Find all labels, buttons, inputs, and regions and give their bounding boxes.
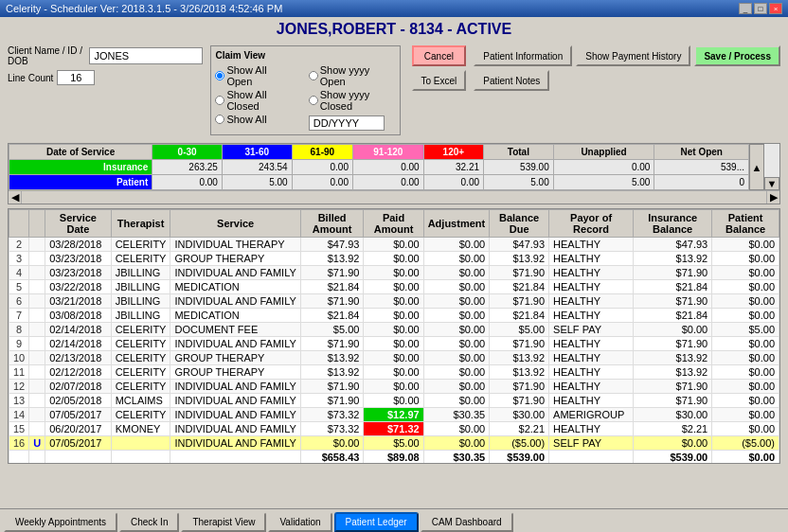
- col-ins-balance[interactable]: Insurance Balance: [634, 210, 712, 238]
- row-adj: $0.00: [423, 309, 490, 323]
- tab-therapist-view[interactable]: Therapist View: [181, 512, 266, 532]
- row-therapist: JBILLING: [111, 280, 170, 294]
- cancel-button[interactable]: Cancel: [412, 45, 467, 66]
- row-flag: [29, 309, 45, 323]
- table-row[interactable]: 3 03/23/2018 CELERITY GROUP THERAPY $13.…: [9, 252, 779, 266]
- title-bar: Celerity - Scheduler Ver: 2018.3.1.5 - 3…: [0, 0, 788, 17]
- aging-scroll-down[interactable]: ▼: [764, 177, 779, 190]
- row-date: 02/14/2018: [45, 337, 111, 351]
- tab-patient-ledger[interactable]: Patient Ledger: [334, 512, 419, 532]
- maximize-button[interactable]: □: [754, 3, 767, 14]
- row-adj: $0.00: [423, 294, 490, 309]
- patient-notes-button[interactable]: Patient Notes: [474, 70, 549, 91]
- line-count-input[interactable]: [57, 70, 95, 85]
- row-therapist: JBILLING: [111, 266, 170, 280]
- table-row[interactable]: 16 U 07/05/2017 INDIVIDUAL AND FAMILY $0…: [9, 436, 779, 451]
- table-row[interactable]: 7 03/08/2018 JBILLING MEDICATION $21.84 …: [9, 309, 779, 323]
- row-num: 6: [9, 294, 29, 309]
- table-row[interactable]: 5 03/22/2018 JBILLING MEDICATION $21.84 …: [9, 280, 779, 294]
- close-button[interactable]: ×: [769, 3, 782, 14]
- aging-scroll-up[interactable]: ▲: [749, 144, 764, 190]
- row-date: 03/23/2018: [45, 252, 111, 266]
- aging-insurance-91120: 0.00: [352, 160, 423, 175]
- table-row[interactable]: 6 03/21/2018 JBILLING INDIVIDUAL AND FAM…: [9, 294, 779, 309]
- client-input[interactable]: [89, 47, 203, 64]
- minimize-button[interactable]: _: [739, 3, 752, 14]
- row-num: 15: [9, 422, 29, 436]
- table-row[interactable]: 9 02/14/2018 CELERITY INDIVIDUAL AND FAM…: [9, 337, 779, 351]
- totals-ins-balance: $539.00: [634, 451, 712, 465]
- col-billed[interactable]: Billed Amount: [300, 210, 364, 238]
- radio-show-yyyy-open[interactable]: [309, 71, 318, 80]
- row-date: 07/05/2017: [45, 408, 111, 422]
- row-flag: [29, 380, 45, 394]
- col-service-date[interactable]: Service Date: [45, 210, 111, 238]
- date-filter-input[interactable]: [309, 115, 385, 131]
- col-therapist[interactable]: Therapist: [111, 210, 170, 238]
- row-balance: $71.90: [490, 294, 549, 309]
- aging-hscroll-left[interactable]: ◀: [9, 191, 22, 204]
- row-paid: $71.32: [364, 422, 423, 436]
- row-date: 02/13/2018: [45, 351, 111, 365]
- radio-show-all-open[interactable]: [215, 71, 224, 80]
- tab-check-in[interactable]: Check In: [119, 512, 179, 532]
- row-balance: $5.00: [490, 323, 549, 337]
- table-row[interactable]: 12 02/07/2018 CELERITY INDIVIDUAL AND FA…: [9, 380, 779, 394]
- aging-hscroll-right[interactable]: ▶: [766, 191, 779, 204]
- row-num: 4: [9, 266, 29, 280]
- col-service[interactable]: Service: [170, 210, 300, 238]
- table-row[interactable]: 11 02/12/2018 CELERITY GROUP THERAPY $13…: [9, 365, 779, 380]
- client-label: Client Name / ID / DOB: [8, 45, 85, 66]
- tab-weekly-appointments[interactable]: Weekly Appointments: [4, 512, 117, 532]
- data-table-container[interactable]: Service Date Therapist Service Billed Am…: [8, 208, 780, 464]
- row-billed: $71.90: [300, 380, 364, 394]
- tab-validation[interactable]: Validation: [268, 512, 331, 532]
- to-excel-button[interactable]: To Excel: [412, 70, 467, 91]
- save-process-button[interactable]: Save / Process: [694, 45, 780, 66]
- aging-insurance-row: Insurance 263.25 243.54 0.00 0.00 32.21 …: [9, 160, 749, 175]
- row-adj: $0.00: [423, 365, 490, 380]
- row-ins-balance: $21.84: [634, 309, 712, 323]
- col-paid[interactable]: Paid Amount: [364, 210, 423, 238]
- row-ins-balance: $30.00: [634, 408, 712, 422]
- radio-show-yyyy-closed[interactable]: [309, 96, 318, 105]
- table-row[interactable]: 8 02/14/2018 CELERITY DOCUMENT FEE $5.00…: [9, 323, 779, 337]
- table-row[interactable]: 15 06/20/2017 KMONEY INDIVIDUAL AND FAMI…: [9, 422, 779, 436]
- table-row[interactable]: 10 02/13/2018 CELERITY GROUP THERAPY $13…: [9, 351, 779, 365]
- row-therapist: CELERITY: [111, 252, 170, 266]
- col-balance-due[interactable]: Balance Due: [490, 210, 549, 238]
- row-ins-balance: $71.90: [634, 380, 712, 394]
- row-num: 9: [9, 337, 29, 351]
- row-flag: [29, 337, 45, 351]
- row-payor: HEALTHY: [549, 380, 634, 394]
- row-therapist: [111, 436, 170, 451]
- row-payor: HEALTHY: [549, 280, 634, 294]
- col-pat-balance[interactable]: Patient Balance: [712, 210, 779, 238]
- aging-header-030: 0-30: [152, 145, 223, 160]
- row-service: GROUP THERAPY: [170, 365, 300, 380]
- aging-patient-unapplied: 5.00: [553, 175, 654, 190]
- row-balance: $21.84: [490, 280, 549, 294]
- radio-show-all[interactable]: [215, 115, 224, 124]
- row-flag: U: [29, 436, 45, 451]
- row-adj: $30.35: [423, 408, 490, 422]
- show-payment-history-button[interactable]: Show Payment History: [576, 45, 690, 66]
- table-row[interactable]: 2 03/28/2018 CELERITY INDIVIDUAL THERAPY…: [9, 238, 779, 252]
- right-buttons: Patient Information Show Payment History…: [474, 45, 780, 91]
- row-num: 11: [9, 365, 29, 380]
- col-payor[interactable]: Payor of Record: [549, 210, 634, 238]
- row-paid: $0.00: [364, 337, 423, 351]
- table-row[interactable]: 4 03/23/2018 JBILLING INDIVIDUAL AND FAM…: [9, 266, 779, 280]
- row-paid: $0.00: [364, 238, 423, 252]
- table-row[interactable]: 13 02/05/2018 MCLAIMS INDIVIDUAL AND FAM…: [9, 394, 779, 408]
- row-service: INDIVIDUAL AND FAMILY: [170, 436, 300, 451]
- table-row[interactable]: 14 07/05/2017 CELERITY INDIVIDUAL AND FA…: [9, 408, 779, 422]
- patient-information-button[interactable]: Patient Information: [474, 45, 572, 66]
- radio-show-all-closed[interactable]: [215, 96, 224, 105]
- row-service: GROUP THERAPY: [170, 252, 300, 266]
- totals-billed: $658.43: [300, 451, 364, 465]
- row-pat-balance: $5.00: [712, 323, 779, 337]
- col-adj[interactable]: Adjustment: [423, 210, 490, 238]
- row-paid: $0.00: [364, 266, 423, 280]
- tab-cam-dashboard[interactable]: CAM Dashboard: [421, 512, 513, 532]
